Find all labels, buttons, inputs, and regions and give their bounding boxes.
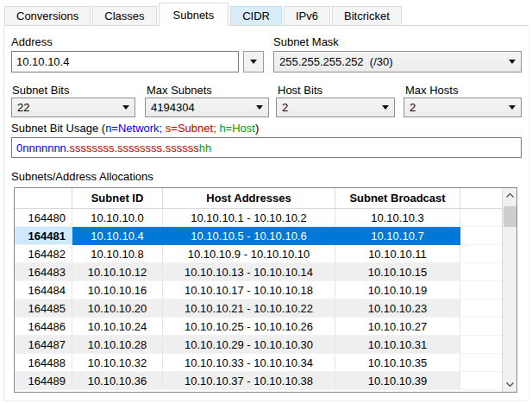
chevron-down-icon — [250, 60, 257, 64]
row-number-cell[interactable]: 164482 — [15, 245, 72, 263]
host-addresses-cell[interactable]: 10.10.10.5 - 10.10.10.6 — [163, 227, 335, 245]
host-bits-select[interactable]: 2 — [276, 98, 395, 117]
max-hosts-value: 2 — [410, 101, 416, 114]
tab-ipv6[interactable]: IPv6 — [284, 6, 330, 25]
allocations-table: Subnet IDHost AddressesSubnet Broadcast … — [14, 187, 517, 393]
subnet-id-cell[interactable]: 10.10.10.28 — [72, 336, 163, 354]
subnet-broadcast-cell[interactable]: 10.10.10.35 — [335, 354, 460, 372]
row-number-cell[interactable]: 164489 — [15, 372, 72, 390]
max-subnets-label: Max Subnets — [147, 84, 212, 97]
tab-page-border-right — [529, 26, 529, 400]
subnet-broadcast-cell[interactable]: 10.10.10.7 — [335, 227, 460, 245]
subnet-broadcast-cell[interactable]: 10.10.10.27 — [335, 318, 460, 336]
subnet-id-cell[interactable]: 10.10.10.8 — [72, 245, 163, 263]
row-number-cell[interactable]: 164483 — [15, 263, 72, 281]
tab-page-border-left — [3, 26, 4, 400]
table-row[interactable]: 16448410.10.10.1610.10.10.17 - 10.10.10.… — [15, 281, 502, 299]
host-addresses-cell[interactable]: 10.10.10.33 - 10.10.10.34 — [163, 354, 335, 372]
tab-classes[interactable]: Classes — [92, 6, 156, 25]
row-number-cell[interactable]: 164486 — [15, 318, 72, 336]
host-addresses-cell[interactable]: 10.10.10.25 - 10.10.10.26 — [163, 318, 335, 336]
colored-text-segment: 0nnnnnnn — [16, 142, 66, 154]
vertical-scrollbar[interactable] — [502, 188, 516, 392]
scroll-down-button[interactable] — [503, 377, 517, 392]
subnet-broadcast-cell[interactable]: 10.10.10.3 — [335, 209, 460, 227]
chevron-down-icon — [506, 382, 514, 387]
table-row[interactable]: 16448510.10.10.2010.10.10.21 - 10.10.10.… — [15, 299, 502, 318]
host-addresses-cell[interactable]: 10.10.10.9 - 10.10.10.10 — [163, 245, 335, 263]
empty-cell[interactable] — [460, 354, 502, 372]
allocations-label: Subnets/Address Allocations — [11, 170, 153, 183]
host-addresses-cell[interactable]: 10.10.10.1 - 10.10.10.2 — [163, 209, 335, 227]
table-row[interactable]: 16448610.10.10.2410.10.10.25 - 10.10.10.… — [15, 318, 502, 336]
subnet-broadcast-cell[interactable]: 10.10.10.31 — [335, 336, 460, 354]
subnet-id-cell[interactable]: 10.10.10.32 — [72, 354, 163, 372]
empty-cell[interactable] — [460, 245, 502, 263]
table-row[interactable]: 16448710.10.10.2810.10.10.29 - 10.10.10.… — [15, 336, 502, 354]
max-hosts-select[interactable]: 2 — [404, 98, 522, 117]
row-number-cell[interactable]: 164488 — [15, 354, 72, 372]
column-header-rownum[interactable] — [15, 188, 72, 208]
empty-cell[interactable] — [460, 372, 502, 390]
empty-cell[interactable] — [460, 299, 502, 318]
address-input[interactable] — [11, 51, 239, 72]
row-number-cell[interactable]: 164481 — [15, 227, 72, 245]
chevron-down-icon — [122, 105, 129, 110]
host-addresses-cell[interactable]: 10.10.10.21 - 10.10.10.22 — [163, 299, 335, 318]
subnet-broadcast-cell[interactable]: 10.10.10.39 — [335, 372, 460, 390]
table-row[interactable]: 16448010.10.10.010.10.10.1 - 10.10.10.21… — [15, 209, 502, 227]
subnet-id-cell[interactable]: 10.10.10.24 — [72, 318, 163, 336]
table-row[interactable]: 16448810.10.10.3210.10.10.33 - 10.10.10.… — [15, 354, 502, 372]
tab-conversions[interactable]: Conversions — [4, 6, 91, 25]
host-bits-value: 2 — [282, 101, 288, 114]
empty-cell[interactable] — [460, 281, 502, 299]
scrollbar-thumb[interactable] — [504, 206, 516, 227]
empty-cell[interactable] — [460, 263, 502, 281]
bit-usage-field[interactable]: 0nnnnnnn.ssssssss.ssssssss.sssssshh — [11, 137, 522, 158]
subnet-id-cell[interactable]: 10.10.10.4 — [72, 227, 163, 245]
host-addresses-cell[interactable]: 10.10.10.37 - 10.10.10.38 — [163, 372, 335, 390]
subnet-mask-select[interactable]: 255.255.255.252 (/30) — [273, 51, 522, 72]
subnet-broadcast-cell[interactable]: 10.10.10.15 — [335, 263, 460, 281]
subnet-broadcast-cell[interactable]: 10.10.10.11 — [335, 245, 460, 263]
table-row[interactable]: 16448210.10.10.810.10.10.9 - 10.10.10.10… — [15, 245, 502, 263]
empty-cell[interactable] — [460, 227, 502, 245]
row-number-cell[interactable]: 164480 — [15, 209, 72, 227]
scroll-up-button[interactable] — [503, 188, 517, 203]
empty-cell[interactable] — [460, 209, 502, 227]
subnet-mask-label: Subnet Mask — [273, 35, 339, 48]
column-header-subnet-id[interactable]: Subnet ID — [72, 188, 163, 208]
empty-cell[interactable] — [460, 318, 502, 336]
empty-cell[interactable] — [460, 336, 502, 354]
row-number-cell[interactable]: 164484 — [15, 281, 72, 299]
subnet-id-cell[interactable]: 10.10.10.20 — [72, 299, 163, 318]
table-row[interactable]: 16448310.10.10.1210.10.10.13 - 10.10.10.… — [15, 263, 502, 281]
address-label: Address — [11, 35, 53, 48]
tab-bitcricket[interactable]: Bitcricket — [332, 6, 402, 25]
subnet-id-cell[interactable]: 10.10.10.0 — [72, 209, 163, 227]
row-number-cell[interactable]: 164485 — [15, 299, 72, 318]
host-addresses-cell[interactable]: 10.10.10.13 - 10.10.10.14 — [163, 263, 335, 281]
column-header-empty — [460, 188, 502, 208]
host-addresses-cell[interactable]: 10.10.10.29 - 10.10.10.30 — [163, 336, 335, 354]
subnet-bits-select[interactable]: 22 — [11, 98, 135, 117]
table-row[interactable]: 16448110.10.10.410.10.10.5 - 10.10.10.61… — [15, 227, 502, 245]
tab-subnets[interactable]: Subnets — [159, 3, 229, 26]
subnet-id-cell[interactable]: 10.10.10.36 — [72, 372, 163, 390]
subnet-id-cell[interactable]: 10.10.10.12 — [72, 263, 163, 281]
subnet-id-cell[interactable]: 10.10.10.16 — [72, 281, 163, 299]
chevron-up-icon — [506, 193, 514, 198]
tab-cidr[interactable]: CIDR — [230, 6, 282, 25]
host-addresses-cell[interactable]: 10.10.10.17 - 10.10.10.18 — [163, 281, 335, 299]
column-header-subnet-broadcast[interactable]: Subnet Broadcast — [335, 188, 460, 208]
subnet-broadcast-cell[interactable]: 10.10.10.23 — [335, 299, 460, 318]
colored-text-segment: hh — [199, 142, 211, 154]
max-subnets-select[interactable]: 4194304 — [145, 98, 269, 117]
colored-text-segment: s=Subnet; — [162, 122, 216, 135]
row-number-cell[interactable]: 164487 — [15, 336, 72, 354]
address-dropdown-button[interactable] — [243, 51, 264, 72]
table-row[interactable]: 16448910.10.10.3610.10.10.37 - 10.10.10.… — [15, 372, 502, 390]
max-hosts-label: Max Hosts — [405, 84, 458, 97]
column-header-host-addresses[interactable]: Host Addresses — [163, 188, 335, 208]
subnet-broadcast-cell[interactable]: 10.10.10.19 — [335, 281, 460, 299]
